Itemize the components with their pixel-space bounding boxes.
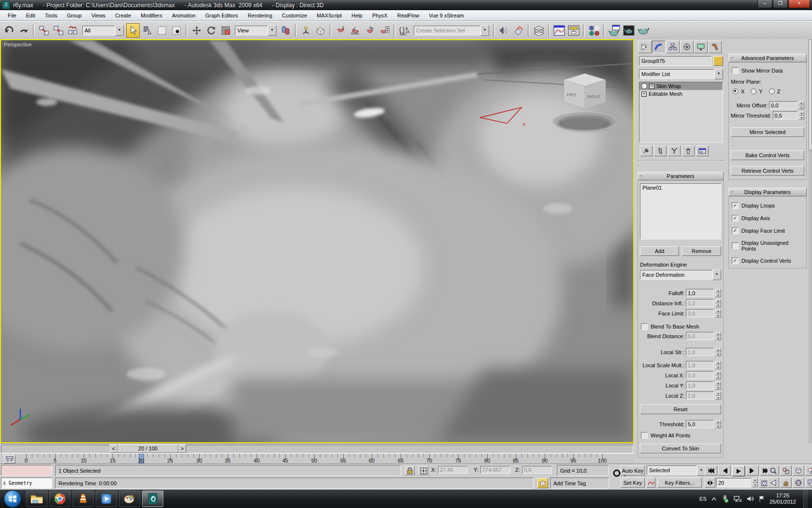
display-axis-checkbox[interactable] bbox=[732, 215, 739, 222]
mirror-plane-x-radio[interactable] bbox=[733, 89, 739, 94]
time-tag-cube-icon[interactable] bbox=[537, 478, 548, 488]
chevron-down-icon[interactable]: ▼ bbox=[480, 25, 489, 36]
object-color-swatch[interactable] bbox=[713, 56, 723, 66]
mirror-threshold-spinner[interactable]: ▲▼ bbox=[799, 111, 804, 120]
select-and-rotate-icon[interactable] bbox=[204, 23, 218, 38]
select-object-button[interactable] bbox=[126, 23, 140, 38]
list-item[interactable]: Plane01 bbox=[642, 185, 719, 191]
wrap-objects-list[interactable]: Plane01 bbox=[640, 183, 721, 239]
previous-frame-icon[interactable] bbox=[718, 465, 731, 476]
selection-lock-icon[interactable] bbox=[405, 466, 415, 475]
stack-item-editable-mesh[interactable]: + Editable Mesh bbox=[639, 90, 723, 98]
remove-modifier-icon[interactable] bbox=[682, 146, 695, 156]
falloff-spinner[interactable]: ▲▼ bbox=[715, 289, 721, 297]
menu-maxscript[interactable]: MAXScript bbox=[312, 11, 347, 20]
local-x-field[interactable]: 1,0 bbox=[686, 371, 714, 379]
mirror-offset-field[interactable]: 0,0 bbox=[769, 101, 797, 109]
display-control-verts-checkbox[interactable] bbox=[732, 257, 739, 264]
percent-snap-icon[interactable]: % bbox=[363, 23, 377, 38]
retrieve-control-verts-button[interactable]: Retrieve Control Verts bbox=[731, 166, 804, 176]
chevron-down-icon[interactable]: ▼ bbox=[714, 69, 723, 79]
face-limit-spinner[interactable]: ▲▼ bbox=[715, 309, 721, 317]
remove-button[interactable]: Remove bbox=[682, 246, 721, 256]
scrollbar-thumb[interactable] bbox=[809, 39, 812, 150]
start-button[interactable] bbox=[4, 490, 21, 508]
maximize-button[interactable]: ❒ bbox=[773, 0, 788, 8]
menu-create[interactable]: Create bbox=[110, 11, 136, 20]
select-and-move-icon[interactable] bbox=[190, 23, 203, 38]
taskbar-3dsmax-icon[interactable] bbox=[142, 491, 163, 507]
menu-rendering[interactable]: Rendering bbox=[243, 11, 277, 20]
absolute-offset-mode-icon[interactable] bbox=[419, 466, 428, 475]
show-desktop-button[interactable] bbox=[803, 490, 808, 508]
taskbar-chrome-icon[interactable] bbox=[49, 491, 71, 507]
next-frame-icon[interactable] bbox=[746, 465, 759, 476]
field-of-view-icon[interactable] bbox=[768, 478, 779, 488]
show-mirror-data-checkbox[interactable] bbox=[732, 67, 739, 74]
modifier-list-dropdown[interactable]: Modifier List ▼ bbox=[639, 69, 723, 79]
bake-control-verts-button[interactable]: Bake Control Verts bbox=[731, 150, 804, 160]
mirror-selected-button[interactable]: Mirror Selected bbox=[731, 127, 804, 137]
current-frame-field[interactable]: 20 bbox=[716, 478, 751, 487]
render-setup-icon[interactable] bbox=[608, 23, 621, 38]
configure-modifier-sets-icon[interactable] bbox=[696, 146, 709, 156]
blend-distance-spinner[interactable]: ▲▼ bbox=[715, 332, 721, 340]
minimize-button[interactable]: – bbox=[757, 0, 772, 8]
align-icon[interactable] bbox=[512, 23, 525, 38]
auto-key-button[interactable]: Auto Key bbox=[621, 465, 645, 476]
expand-plus-icon[interactable]: + bbox=[641, 91, 647, 97]
clock[interactable]: 17:25 25/01/2012 bbox=[769, 493, 799, 505]
named-selection-sets-icon[interactable]: { }ABC bbox=[398, 23, 411, 38]
expand-plus-icon[interactable]: + bbox=[649, 84, 654, 89]
face-limit-field[interactable]: 3,0 bbox=[686, 309, 714, 317]
convert-to-skin-button[interactable]: Convert To Skin bbox=[640, 444, 721, 453]
mirror-threshold-field[interactable]: 0,5 bbox=[773, 111, 798, 120]
mirror-offset-spinner[interactable]: ▲▼ bbox=[798, 101, 804, 109]
panel-scrollbar[interactable] bbox=[809, 39, 812, 443]
distance-infl-spinner[interactable]: ▲▼ bbox=[715, 299, 721, 307]
blend-to-base-mesh-checkbox[interactable] bbox=[641, 323, 648, 330]
local-str-spinner[interactable]: ▲▼ bbox=[715, 348, 721, 356]
key-filter-dropdown[interactable]: Selected ▼ bbox=[647, 465, 706, 476]
local-y-spinner[interactable]: ▲▼ bbox=[715, 381, 721, 389]
rectangular-selection-region-icon[interactable] bbox=[155, 23, 169, 38]
local-z-spinner[interactable]: ▲▼ bbox=[715, 391, 721, 400]
bind-to-space-warp-icon[interactable] bbox=[66, 23, 80, 38]
make-unique-icon[interactable] bbox=[668, 146, 681, 156]
mirror-icon[interactable] bbox=[497, 23, 511, 38]
curve-editor-icon[interactable] bbox=[552, 23, 566, 38]
menu-graph-editors[interactable]: Graph Editors bbox=[201, 11, 243, 20]
pin-stack-icon[interactable] bbox=[640, 146, 652, 156]
close-button[interactable]: × bbox=[788, 0, 810, 8]
menu-file[interactable]: File bbox=[3, 11, 21, 20]
local-x-spinner[interactable]: ▲▼ bbox=[715, 371, 721, 379]
tab-create[interactable] bbox=[638, 41, 652, 53]
menu-modifiers[interactable]: Modifiers bbox=[136, 11, 167, 20]
threshold-spinner[interactable]: ▲▼ bbox=[715, 420, 721, 428]
previous-frame-arrow[interactable]: < bbox=[110, 444, 117, 453]
select-and-scale-icon[interactable] bbox=[219, 23, 232, 38]
selection-filter-dropdown[interactable]: All ▼ bbox=[82, 25, 124, 36]
track-bar[interactable]: 0 5 10 15 20 25 30 35 40 45 50 55 60 65 … bbox=[0, 453, 634, 464]
chevron-down-icon[interactable]: ▼ bbox=[115, 25, 124, 36]
taskbar-paint-icon[interactable] bbox=[119, 491, 140, 507]
set-key-button[interactable]: Set Key bbox=[621, 478, 645, 488]
menu-help[interactable]: Help bbox=[347, 11, 367, 20]
window-crossing-icon[interactable] bbox=[170, 23, 183, 38]
chevron-down-icon[interactable]: ▼ bbox=[712, 269, 721, 280]
viewport-label[interactable]: Perspective bbox=[4, 42, 31, 47]
next-frame-arrow[interactable]: > bbox=[178, 444, 186, 453]
taskbar-wmp-icon[interactable] bbox=[96, 491, 117, 507]
quick-render-icon[interactable] bbox=[637, 23, 650, 38]
action-center-flag-icon[interactable] bbox=[758, 495, 765, 502]
default-tangent-icon[interactable] bbox=[647, 478, 655, 488]
deformation-engine-dropdown[interactable]: Face Deformation ▼ bbox=[640, 269, 721, 280]
reference-coordinate-dropdown[interactable]: View ▼ bbox=[235, 25, 276, 36]
perspective-viewport[interactable]: Perspective bbox=[0, 39, 634, 443]
play-animation-icon[interactable] bbox=[732, 465, 745, 477]
tab-display[interactable] bbox=[694, 41, 708, 53]
menu-edit[interactable]: Edit bbox=[21, 11, 40, 20]
zoom-extents-icon[interactable] bbox=[793, 465, 804, 476]
zoom-all-icon[interactable] bbox=[780, 465, 792, 476]
maxscript-mini-listener[interactable]: s Geometry bbox=[1, 478, 52, 489]
